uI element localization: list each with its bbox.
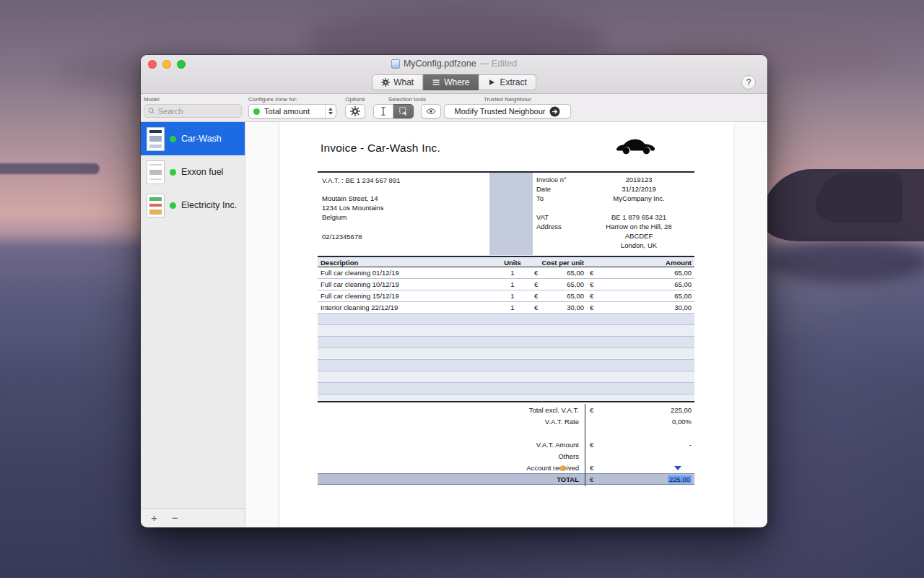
preview-visibility-button[interactable] — [421, 104, 441, 118]
meta-row: Date 31/12/2019 — [533, 184, 694, 194]
cell-currency: € — [590, 279, 601, 290]
sidebar-item-label: Car-Wash — [181, 134, 222, 144]
totals-row: Total excl. V.A.T. € 225,00 — [318, 404, 694, 415]
search-field[interactable] — [144, 104, 242, 118]
text-cursor-tool-button[interactable] — [373, 104, 393, 118]
search-input[interactable] — [158, 107, 237, 116]
meta-label: Address — [533, 222, 583, 231]
header-units: Units — [491, 257, 534, 268]
configure-zone-group: Configure zone for: Total amount — [248, 96, 336, 118]
left-islet-silhouette — [0, 163, 100, 174]
invoice-page[interactable]: Invoice - Car-Wash Inc. V.A.T. : BE 1 23… — [280, 122, 733, 527]
account-received-text: Account received — [526, 464, 579, 472]
trusted-neighbour-label: Trusted Neighbour — [444, 96, 571, 103]
cell-currency: € — [534, 279, 546, 290]
document-icon — [391, 59, 400, 69]
meta-label: Date — [533, 184, 583, 194]
meta-value: BE 1 879 654 321 — [583, 212, 694, 222]
cell-amount: 65,00 — [601, 290, 694, 301]
arrow-circle-icon — [549, 106, 560, 117]
meta-row: To MyCompany Inc. — [533, 194, 694, 203]
content-area: Car-Wash Exxon fuel Electricity Inc. + — [141, 122, 767, 527]
zone-select[interactable]: Total amount — [248, 104, 336, 118]
right-island-peak — [816, 172, 902, 223]
cell-amount: 30,00 — [601, 302, 694, 313]
zone-marker-orange[interactable] — [560, 465, 566, 471]
totals-label: V.A.T. Rate — [318, 416, 583, 427]
invoice-totals-section: Total excl. V.A.T. € 225,00 V.A.T. Rate … — [318, 404, 694, 488]
meta-value: Harrow on the Hill, 28 — [583, 222, 694, 231]
supplier-address-line: Belgium — [322, 212, 485, 222]
supplier-block: V.A.T. : BE 1 234 567 891 Moutain Street… — [318, 173, 489, 255]
empty-table-rows — [318, 314, 694, 402]
table-header-row: Description Units Cost per unit Amount — [318, 256, 694, 267]
tab-where[interactable]: Where — [423, 74, 479, 90]
totals-value: 0,00% — [602, 416, 694, 427]
model-group: Model — [144, 96, 242, 118]
meta-label: VAT — [533, 212, 583, 222]
add-model-button[interactable]: + — [151, 512, 157, 523]
supplier-address-line: 1234 Los Mountains — [322, 203, 485, 212]
totals-row: Others — [318, 450, 694, 462]
toolbar: Model Configure zone for: Total amount — [141, 94, 767, 122]
sidebar-item-car-wash[interactable]: Car-Wash — [141, 122, 245, 155]
meta-value: London, UK — [583, 241, 694, 250]
document-thumbnail — [147, 160, 165, 184]
options-button[interactable] — [345, 104, 365, 118]
tab-extract[interactable]: Extract — [479, 74, 536, 90]
zone-status-dot — [253, 108, 260, 115]
header-amount: Amount — [590, 257, 694, 268]
play-icon — [488, 78, 497, 87]
modify-trusted-neighbour-button[interactable]: Modify Trusted Neighbour — [444, 104, 571, 118]
cell-description: Full car cleaning 15/12/19 — [318, 290, 491, 301]
invoice-title: Invoice - Car-Wash Inc. — [321, 142, 440, 155]
sidebar-item-label: Exxon fuel — [181, 167, 223, 177]
cell-description: Full car cleaning 01/12/19 — [318, 267, 491, 278]
totals-row: V.A.T. Amount € - — [318, 439, 694, 450]
cell-currency: € — [534, 302, 546, 313]
mode-segmented-control: What Where Extract — [372, 74, 536, 90]
island-reflection — [765, 240, 924, 283]
zone-marker-triangle-icon[interactable] — [674, 466, 681, 470]
table-row: Full car cleaning 10/12/19 1 € 65,00 € 6… — [318, 279, 694, 290]
cell-units: 1 — [491, 302, 534, 313]
remove-model-button[interactable]: − — [172, 512, 178, 523]
cell-amount: 65,00 — [601, 267, 694, 278]
window-edited-status: — Edited — [480, 59, 517, 69]
totals-currency: € — [588, 439, 602, 450]
totals-currency: € — [588, 474, 602, 485]
selected-zone-value[interactable]: 225,00 — [668, 475, 692, 483]
selection-tools-label: Selection tools — [373, 96, 441, 103]
zone-select-stepper[interactable] — [325, 105, 336, 118]
totals-row-total[interactable]: TOTAL € 225,00 — [318, 473, 694, 485]
model-label: Model — [144, 96, 242, 103]
table-row: Interior cleaning 22/12/19 1 € 30,00 € 3… — [318, 302, 694, 314]
window-title: MyConfig.pdfzone — Edited — [141, 59, 767, 69]
gear-icon — [381, 78, 390, 87]
titlebar[interactable]: MyConfig.pdfzone — Edited — [141, 55, 767, 73]
help-button[interactable]: ? — [741, 75, 756, 90]
zone-selection-tool-button[interactable] — [393, 104, 414, 118]
options-label: Options — [345, 96, 365, 103]
document-thumbnail — [147, 127, 165, 151]
sidebar-item-electricity[interactable]: Electricity Inc. — [141, 189, 245, 222]
marquee-select-icon — [398, 106, 409, 116]
totals-divider-line — [585, 404, 585, 486]
desktop-background: MyConfig.pdfzone — Edited — [0, 0, 924, 578]
cell-currency: € — [534, 290, 546, 301]
document-thumbnail — [147, 194, 165, 217]
meta-value: 2019123 — [583, 175, 694, 184]
window-title-text: MyConfig.pdfzone — [404, 59, 476, 69]
meta-value: MyCompany Inc. — [583, 194, 694, 203]
supplier-address-line: Moutain Street, 14 — [322, 194, 485, 203]
header-description: Description — [318, 257, 491, 268]
supplier-vat: V.A.T. : BE 1 234 567 891 — [322, 176, 485, 185]
options-group: Options — [345, 96, 365, 118]
tab-what[interactable]: What — [372, 74, 423, 90]
mode-tab-row: What Where Extract ? — [141, 73, 767, 94]
totals-label: Total excl. V.A.T. — [318, 405, 583, 415]
sidebar-item-exxon-fuel[interactable]: Exxon fuel — [141, 155, 245, 189]
meta-row: Address Harrow on the Hill, 28 — [533, 222, 694, 231]
chevron-up-icon — [328, 108, 333, 111]
tab-where-label: Where — [444, 77, 469, 87]
